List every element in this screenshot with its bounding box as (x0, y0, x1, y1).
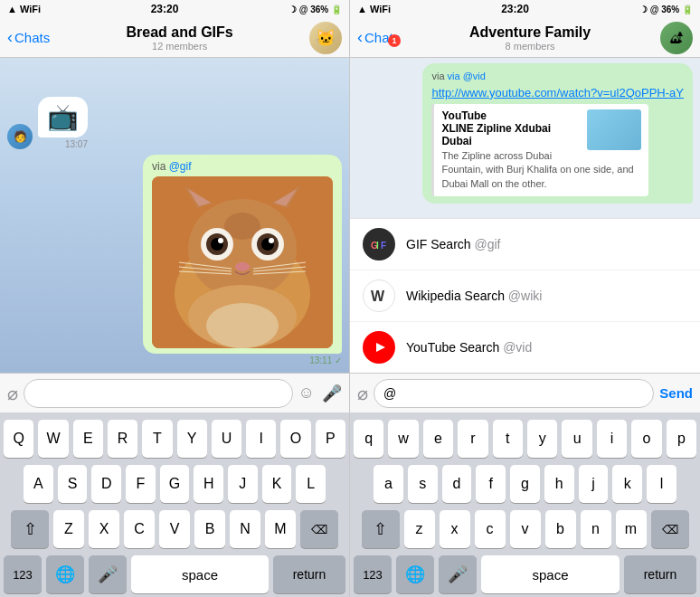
globe-key-left[interactable]: 🌐 (46, 555, 84, 593)
delete-key-left[interactable]: ⌫ (300, 510, 338, 548)
key-u[interactable]: U (212, 420, 241, 458)
avatar-right[interactable]: 🏕 (660, 22, 693, 54)
space-key-left[interactable]: space (131, 555, 269, 593)
key-s-lower[interactable]: s (408, 465, 438, 503)
key-v-lower[interactable]: v (510, 510, 541, 548)
return-key-right[interactable]: return (624, 555, 696, 593)
key-a-lower[interactable]: a (374, 465, 403, 503)
key-d[interactable]: D (91, 465, 121, 503)
key-i-lower[interactable]: i (597, 420, 627, 458)
chat-subtitle-left: 12 members (152, 41, 207, 52)
key-x[interactable]: X (89, 510, 119, 548)
key-a[interactable]: A (24, 465, 53, 503)
msg-time-outgoing: 13:11 ✓ (309, 355, 342, 365)
key-q-lower[interactable]: q (354, 420, 383, 458)
signal-icon-right: ▲ WiFi (357, 4, 391, 14)
key-s[interactable]: S (58, 465, 88, 503)
kb-row-1-right: q w e r t y u i o p (354, 420, 696, 458)
mic-icon-left[interactable]: 🎤 (322, 384, 342, 403)
key-z-lower[interactable]: z (404, 510, 435, 548)
key-o[interactable]: O (280, 420, 310, 458)
space-key-right[interactable]: space (481, 555, 620, 593)
bubble-outgoing: via @gif (143, 155, 342, 354)
key-w-lower[interactable]: w (388, 420, 418, 458)
key-g-lower[interactable]: g (510, 465, 540, 503)
key-u-lower[interactable]: u (562, 420, 591, 458)
key-w[interactable]: W (38, 420, 68, 458)
key-e[interactable]: E (73, 420, 103, 458)
via-label-right: via via @vid (431, 71, 684, 81)
suggestion-youtube[interactable]: YouTube Search @vid (350, 322, 700, 373)
key-m[interactable]: M (265, 510, 296, 548)
shift-key-left[interactable]: ⇧ (11, 510, 49, 548)
message-text-input-left[interactable] (33, 386, 283, 401)
key-l-lower[interactable]: l (647, 465, 676, 503)
key-b[interactable]: B (194, 510, 225, 548)
key-y[interactable]: Y (177, 420, 207, 458)
shift-key-right[interactable]: ⇧ (362, 510, 400, 548)
message-text-input-right[interactable] (383, 386, 644, 401)
attach-icon-left[interactable]: ⌀ (7, 383, 18, 404)
key-q[interactable]: Q (4, 420, 33, 458)
sticker-icon-left[interactable]: ☺ (298, 384, 315, 403)
battery-icons-left: ☽ @ 36% 🔋 (289, 5, 342, 14)
svg-point-24 (206, 303, 279, 348)
return-key-left[interactable]: return (273, 555, 345, 593)
key-k-lower[interactable]: k (612, 465, 642, 503)
key-m-lower[interactable]: m (616, 510, 647, 548)
key-i[interactable]: I (246, 420, 276, 458)
gif-svg: G I F (369, 234, 389, 254)
key-t[interactable]: T (142, 420, 172, 458)
key-z[interactable]: Z (53, 510, 84, 548)
key-c[interactable]: C (124, 510, 155, 548)
key-e-lower[interactable]: e (423, 420, 453, 458)
mic-key-left[interactable]: 🎤 (89, 555, 127, 593)
key-x-lower[interactable]: x (440, 510, 470, 548)
key-n-lower[interactable]: n (581, 510, 611, 548)
key-f[interactable]: F (126, 465, 156, 503)
suggestion-gif[interactable]: G I F GIF Search @gif (350, 219, 700, 270)
key-d-lower[interactable]: d (442, 465, 472, 503)
key-o-lower[interactable]: o (631, 420, 661, 458)
back-button-left[interactable]: ‹ Chats (7, 29, 50, 47)
mic-key-right[interactable]: 🎤 (439, 555, 477, 593)
chat-header-left: ‹ Chats Bread and GIFs 12 members 🐱 (0, 18, 349, 58)
numbers-key-left[interactable]: 123 (4, 555, 42, 593)
key-j-lower[interactable]: j (579, 465, 609, 503)
key-t-lower[interactable]: t (493, 420, 523, 458)
message-input-right[interactable] (374, 379, 654, 408)
message-incoming: 🧑 📺 13:07 (7, 97, 342, 149)
key-b-lower[interactable]: b (545, 510, 576, 548)
sender-avatar: 🧑 (7, 124, 33, 149)
key-r[interactable]: R (108, 420, 137, 458)
key-h-lower[interactable]: h (544, 465, 574, 503)
kb-row-3-right: ⇧ z x c v b n m ⌫ (354, 510, 696, 548)
key-v[interactable]: V (159, 510, 190, 548)
key-l[interactable]: L (296, 465, 326, 503)
key-g[interactable]: G (160, 465, 190, 503)
key-n[interactable]: N (230, 510, 260, 548)
send-button[interactable]: Send (659, 385, 693, 401)
key-r-lower[interactable]: r (458, 420, 487, 458)
input-bar-right: ⌀ Send (350, 373, 700, 412)
key-f-lower[interactable]: f (476, 465, 506, 503)
kb-row-1-left: Q W E R T Y U I O P (4, 420, 345, 458)
bubble-incoming: 📺 13:07 (38, 97, 88, 149)
key-j[interactable]: J (228, 465, 258, 503)
key-k[interactable]: K (262, 465, 292, 503)
avatar-left[interactable]: 🐱 (309, 22, 342, 54)
youtube-link[interactable]: http://www.youtube.com/watch?v=ul2QoPPH-… (431, 86, 684, 100)
suggestion-list: G I F GIF Search @gif W Wikipedia Search… (350, 218, 700, 373)
key-p[interactable]: P (316, 420, 345, 458)
key-y-lower[interactable]: y (527, 420, 557, 458)
numbers-key-right[interactable]: 123 (354, 555, 392, 593)
key-p-lower[interactable]: p (667, 420, 696, 458)
key-h[interactable]: H (194, 465, 223, 503)
delete-key-right[interactable]: ⌫ (651, 510, 689, 548)
key-c-lower[interactable]: c (475, 510, 506, 548)
globe-key-right[interactable]: 🌐 (396, 555, 434, 593)
attach-icon-right[interactable]: ⌀ (357, 383, 368, 404)
back-chevron-icon: ‹ (7, 28, 13, 47)
message-input-left[interactable] (24, 379, 293, 408)
suggestion-wiki[interactable]: W Wikipedia Search @wiki (350, 270, 700, 322)
